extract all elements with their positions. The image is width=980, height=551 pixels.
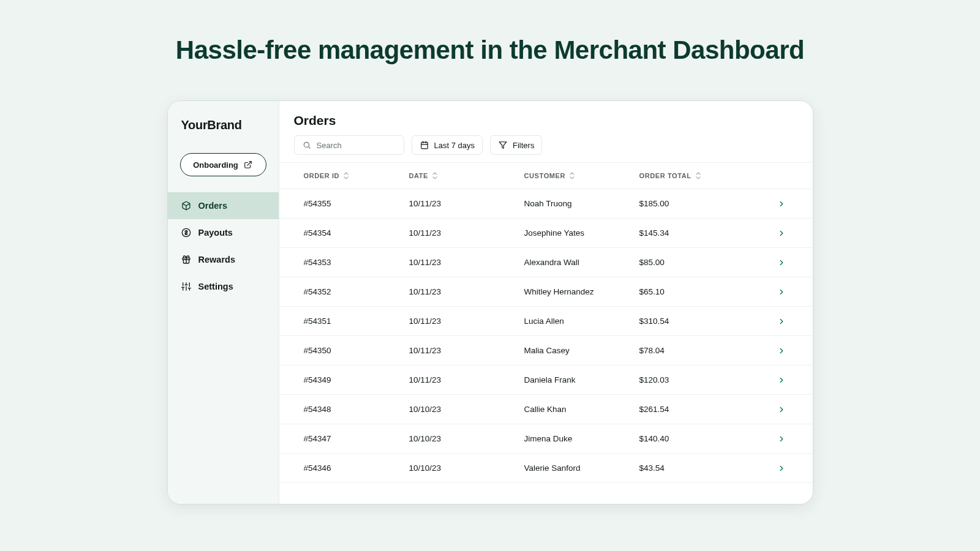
filters-label: Filters bbox=[513, 141, 534, 150]
svg-marker-19 bbox=[499, 142, 507, 149]
filter-icon bbox=[498, 140, 508, 150]
sidebar-item-label: Orders bbox=[198, 201, 228, 211]
table-row[interactable]: #5435010/11/23Malia Casey$78.04 bbox=[279, 336, 813, 365]
chevron-right-icon bbox=[747, 200, 798, 208]
column-header-customer[interactable]: CUSTOMER bbox=[524, 171, 639, 180]
cell-order-id: #54355 bbox=[294, 199, 409, 208]
cell-customer: Daniela Frank bbox=[524, 375, 639, 384]
cell-customer: Jimena Duke bbox=[524, 434, 639, 443]
chevron-right-icon bbox=[747, 288, 798, 296]
cell-customer: Whitley Hernandez bbox=[524, 287, 639, 296]
cell-order-id: #54351 bbox=[294, 317, 409, 326]
svg-line-14 bbox=[308, 147, 310, 149]
cell-order-id: #54353 bbox=[294, 258, 409, 267]
sidebar: YourBrand Onboarding OrdersPayoutsReward… bbox=[168, 101, 279, 504]
cell-total: $85.00 bbox=[639, 258, 747, 267]
table-row[interactable]: #5435310/11/23Alexandra Wall$85.00 bbox=[279, 248, 813, 277]
cell-order-id: #54348 bbox=[294, 405, 409, 414]
sidebar-item-label: Rewards bbox=[198, 255, 235, 264]
cell-total: $310.54 bbox=[639, 317, 747, 326]
sort-icon bbox=[569, 171, 575, 180]
toolbar: Search Last 7 days Filters bbox=[279, 135, 813, 163]
table-row[interactable]: #5435110/11/23Lucia Allen$310.54 bbox=[279, 307, 813, 336]
chevron-right-icon bbox=[747, 258, 798, 267]
cell-total: $78.04 bbox=[639, 346, 747, 355]
table-body: #5435510/11/23Noah Truong$185.00#5435410… bbox=[279, 189, 813, 504]
onboarding-label: Onboarding bbox=[193, 160, 238, 170]
cell-total: $261.54 bbox=[639, 405, 747, 414]
cell-date: 10/11/23 bbox=[409, 228, 524, 238]
chevron-right-icon bbox=[747, 229, 798, 238]
cell-customer: Josephine Yates bbox=[524, 228, 639, 238]
brand-logo: YourBrand bbox=[168, 114, 279, 149]
cell-order-id: #54349 bbox=[294, 375, 409, 384]
cell-total: $185.00 bbox=[639, 199, 747, 208]
sidebar-item-label: Payouts bbox=[198, 228, 233, 238]
cell-date: 10/11/23 bbox=[409, 287, 524, 296]
page-title: Orders bbox=[279, 101, 813, 135]
onboarding-button[interactable]: Onboarding bbox=[180, 153, 266, 176]
chevron-right-icon bbox=[747, 317, 798, 326]
cell-date: 10/11/23 bbox=[409, 199, 524, 208]
svg-line-0 bbox=[247, 162, 251, 165]
cell-customer: Noah Truong bbox=[524, 199, 639, 208]
cell-date: 10/11/23 bbox=[409, 317, 524, 326]
cell-total: $120.03 bbox=[639, 375, 747, 384]
table-row[interactable]: #5434710/10/23Jimena Duke$140.40 bbox=[279, 424, 813, 454]
device-frame: YourBrand Onboarding OrdersPayoutsReward… bbox=[167, 100, 813, 504]
sort-icon bbox=[695, 171, 701, 180]
cell-customer: Valerie Sanford bbox=[524, 463, 639, 473]
search-icon bbox=[302, 140, 312, 150]
cell-date: 10/10/23 bbox=[409, 405, 524, 414]
sort-icon bbox=[343, 171, 349, 180]
cell-total: $65.10 bbox=[639, 287, 747, 296]
svg-rect-15 bbox=[421, 142, 428, 149]
cell-total: $43.54 bbox=[639, 463, 747, 473]
search-input[interactable]: Search bbox=[294, 135, 404, 155]
date-filter-button[interactable]: Last 7 days bbox=[412, 135, 483, 155]
table-header: ORDER ID DATE CUSTOMER ORDER TOTAL bbox=[279, 163, 813, 189]
filters-button[interactable]: Filters bbox=[490, 135, 542, 155]
chevron-right-icon bbox=[747, 405, 798, 414]
table-row[interactable]: #5435510/11/23Noah Truong$185.00 bbox=[279, 189, 813, 219]
calendar-icon bbox=[420, 140, 429, 150]
sidebar-item-rewards[interactable]: Rewards bbox=[168, 246, 279, 273]
cell-date: 10/11/23 bbox=[409, 346, 524, 355]
search-placeholder: Search bbox=[317, 141, 342, 150]
cell-order-id: #54347 bbox=[294, 434, 409, 443]
chevron-right-icon bbox=[747, 347, 798, 355]
cell-total: $140.40 bbox=[639, 434, 747, 443]
table-row[interactable]: #5434810/10/23Callie Khan$261.54 bbox=[279, 395, 813, 424]
hero-title: Hassle-free management in the Merchant D… bbox=[0, 0, 980, 65]
table-row[interactable]: #5434610/10/23Valerie Sanford$43.54 bbox=[279, 454, 813, 483]
column-header-date[interactable]: DATE bbox=[409, 171, 524, 180]
cell-date: 10/11/23 bbox=[409, 375, 524, 384]
chevron-right-icon bbox=[747, 376, 798, 384]
package-icon bbox=[181, 201, 191, 211]
chevron-right-icon bbox=[747, 464, 798, 473]
cell-date: 10/11/23 bbox=[409, 258, 524, 267]
column-header-order-id[interactable]: ORDER ID bbox=[294, 171, 409, 180]
sort-icon bbox=[432, 171, 438, 180]
cell-date: 10/10/23 bbox=[409, 434, 524, 443]
dollar-icon bbox=[181, 228, 191, 238]
cell-order-id: #54352 bbox=[294, 287, 409, 296]
cell-order-id: #54354 bbox=[294, 228, 409, 238]
cell-date: 10/10/23 bbox=[409, 463, 524, 473]
cell-customer: Malia Casey bbox=[524, 346, 639, 355]
sidebar-item-orders[interactable]: Orders bbox=[168, 192, 279, 219]
cell-customer: Alexandra Wall bbox=[524, 258, 639, 267]
main-content: Orders Search Last 7 days Filters bbox=[279, 101, 813, 504]
table-row[interactable]: #5435410/11/23Josephine Yates$145.34 bbox=[279, 219, 813, 248]
gift-icon bbox=[181, 255, 191, 264]
sidebar-item-settings[interactable]: Settings bbox=[168, 273, 279, 300]
cell-customer: Lucia Allen bbox=[524, 317, 639, 326]
table-row[interactable]: #5434910/11/23Daniela Frank$120.03 bbox=[279, 365, 813, 395]
date-filter-label: Last 7 days bbox=[434, 141, 475, 150]
cell-order-id: #54350 bbox=[294, 346, 409, 355]
table-row[interactable]: #5435210/11/23Whitley Hernandez$65.10 bbox=[279, 277, 813, 307]
column-header-order-total[interactable]: ORDER TOTAL bbox=[639, 171, 747, 180]
sliders-icon bbox=[181, 282, 191, 291]
sidebar-item-payouts[interactable]: Payouts bbox=[168, 219, 279, 246]
sidebar-item-label: Settings bbox=[198, 282, 233, 291]
